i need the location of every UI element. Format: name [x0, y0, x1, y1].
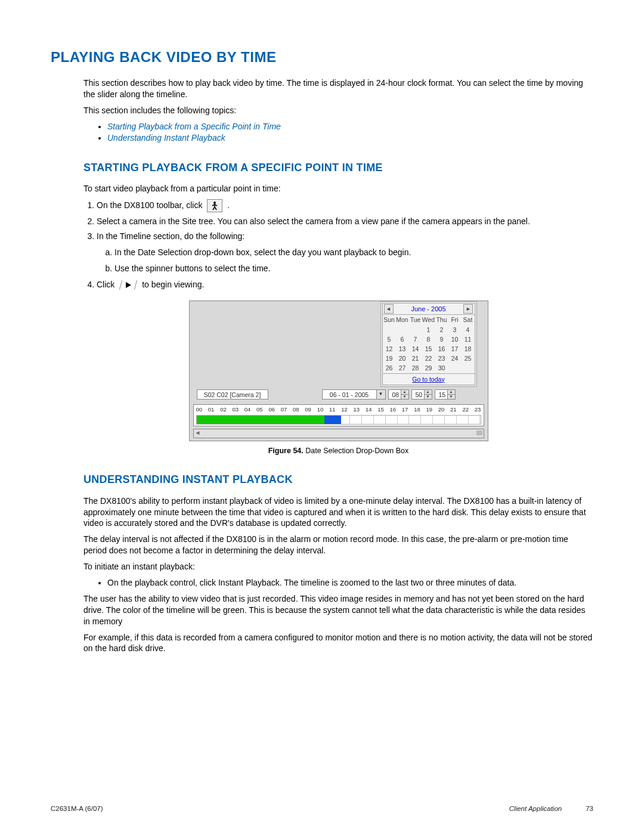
page-footer: C2631M-A (6/07) Client Application 73: [51, 804, 593, 814]
cal-title: June - 2005: [407, 305, 449, 314]
date-field[interactable]: 06 - 01 - 2005: [322, 389, 377, 400]
second-value[interactable]: 15: [435, 389, 448, 400]
intro-paragraph: This section describes how to play back …: [83, 78, 593, 100]
timeline[interactable]: 0001020304050607080910111213141516171819…: [193, 404, 484, 426]
dvr-panel: ◄ June - 2005 ► SunMonTueWedThuFriSat 12…: [189, 301, 488, 441]
figure-54: ◄ June - 2005 ► SunMonTueWedThuFriSat 12…: [83, 301, 593, 456]
step4-pre: Click: [97, 280, 117, 289]
hour-spinner[interactable]: 08 ▲▼: [388, 389, 409, 400]
step4-post: to begin viewing.: [142, 280, 204, 289]
toc-link-2[interactable]: Understanding Instant Playback: [107, 133, 225, 143]
calendar-popup: ◄ June - 2005 ► SunMonTueWedThuFriSat 12…: [380, 301, 477, 386]
svg-point-0: [213, 202, 216, 204]
footer-page: 73: [586, 804, 593, 814]
minute-spinner[interactable]: 50 ▲▼: [411, 389, 432, 400]
timeline-scrollbar[interactable]: [193, 429, 484, 438]
go-to-today-link[interactable]: Go to today: [383, 373, 475, 385]
hour-down[interactable]: ▼: [401, 395, 408, 399]
min-up[interactable]: ▲: [425, 390, 432, 395]
figure-label: Figure 54.: [268, 447, 304, 455]
recorded-segment-green: [197, 416, 324, 424]
calendar-grid[interactable]: SunMonTueWedThuFriSat 123456789101112131…: [383, 315, 475, 373]
page: PLAYING BACK VIDEO BY TIME This section …: [0, 0, 644, 833]
timeline-track[interactable]: [196, 415, 481, 425]
sub2-bullet-1: On the playback control, click Instant P…: [107, 577, 593, 589]
sub2-p3: The user has the ability to view video t…: [83, 593, 593, 627]
toc-list: Starting Playback from a Specific Point …: [107, 121, 593, 144]
sec-up[interactable]: ▲: [448, 390, 455, 395]
step3-text: In the Timeline section, do the followin…: [97, 231, 244, 241]
sub1-title: STARTING PLAYBACK FROM A SPECIFIC POINT …: [83, 160, 593, 175]
toc-lead: This section includes the following topi…: [83, 105, 593, 116]
min-down[interactable]: ▼: [425, 395, 432, 399]
step3-sublist: In the Date Selection drop-down box, sel…: [114, 247, 593, 274]
person-icon: [207, 199, 222, 212]
sub2-title: UNDERSTANDING INSTANT PLAYBACK: [83, 472, 593, 487]
sub1-lead: To start video playback from a particula…: [83, 183, 593, 194]
second-spinner[interactable]: 15 ▲▼: [435, 389, 456, 400]
section-instant-playback: UNDERSTANDING INSTANT PLAYBACK The DX810…: [83, 472, 593, 654]
step1-pre: On the DX8100 toolbar, click: [97, 200, 205, 210]
hour-value[interactable]: 08: [388, 389, 401, 400]
cal-prev-button[interactable]: ◄: [384, 304, 394, 314]
step-3b: Use the spinner buttons to select the ti…: [114, 263, 593, 274]
step-list: On the DX8100 toolbar, click . Select a …: [97, 199, 593, 290]
step-1: On the DX8100 toolbar, click .: [97, 199, 593, 212]
camera-field[interactable]: S02 C02 [Camera 2]: [197, 389, 268, 400]
sec-down[interactable]: ▼: [448, 395, 455, 399]
toc-link-1[interactable]: Starting Playback from a Specific Point …: [107, 122, 281, 131]
sub2-bullets: On the playback control, click Instant P…: [107, 577, 593, 589]
date-dropdown-button[interactable]: ▼: [377, 389, 386, 400]
minute-value[interactable]: 50: [411, 389, 425, 400]
step-2: Select a camera in the Site tree. You ca…: [97, 216, 593, 227]
section-starting-playback: STARTING PLAYBACK FROM A SPECIFIC POINT …: [83, 160, 593, 456]
intro-block: This section describes how to play back …: [83, 78, 593, 143]
step-4: Click to begin viewing.: [97, 279, 593, 290]
recorded-segment-blue: [324, 416, 342, 424]
step-3a: In the Date Selection drop-down box, sel…: [114, 247, 593, 258]
cal-next-button[interactable]: ►: [463, 304, 473, 314]
sub2-p4: For example, if this data is recorded fr…: [83, 632, 593, 655]
figure-text: Date Selection Drop-Down Box: [304, 447, 408, 455]
control-row: S02 C02 [Camera 2] 06 - 01 - 2005 ▼ 08 ▲…: [190, 387, 488, 402]
footer-section: Client Application: [509, 804, 562, 814]
hour-labels: 0001020304050607080910111213141516171819…: [196, 406, 481, 414]
hour-up[interactable]: ▲: [401, 390, 408, 395]
figure-caption: Figure 54. Date Selection Drop-Down Box: [83, 446, 593, 456]
step1-post: .: [227, 200, 230, 210]
play-icon: [119, 280, 137, 290]
footer-left: C2631M-A (6/07): [51, 804, 103, 814]
sub2-p2: The delay interval is not affected if th…: [83, 534, 593, 556]
section-title: PLAYING BACK VIDEO BY TIME: [51, 48, 593, 67]
sub2-p1: The DX8100's ability to perform instant …: [83, 496, 593, 529]
sub2-lead: To initiate an instant playback:: [83, 561, 593, 572]
step-3: In the Timeline section, do the followin…: [97, 231, 593, 274]
